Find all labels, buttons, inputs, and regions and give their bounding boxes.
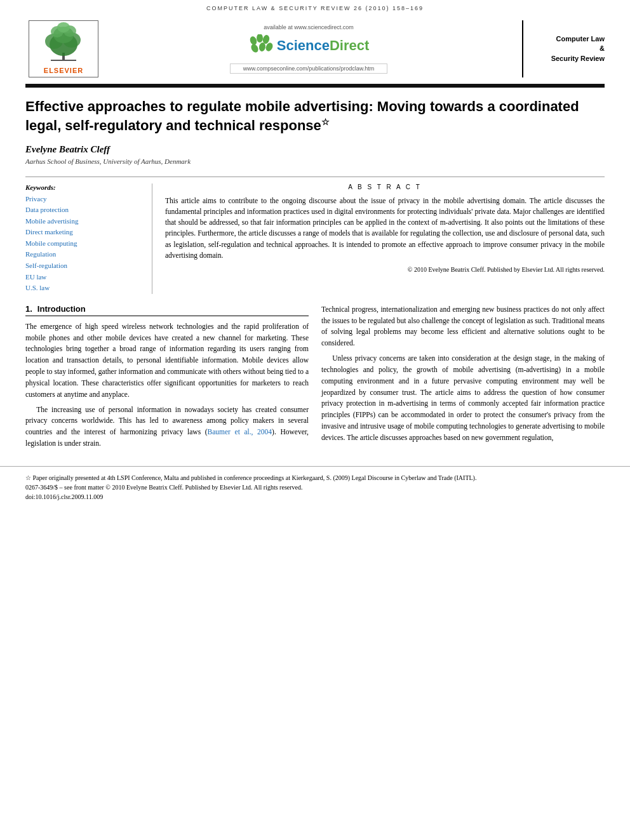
intro-paragraph-2: The increasing use of personal informati… [25, 404, 309, 450]
intro-paragraph-4: Unless privacy concerns are taken into c… [321, 353, 605, 444]
footnote-area: ☆ Paper originally presented at 4th LSPI… [0, 466, 630, 508]
svg-point-11 [257, 34, 263, 43]
abstract-section: Keywords: Privacy Data protection Mobile… [0, 183, 630, 294]
keyword-privacy[interactable]: Privacy [25, 194, 142, 205]
page: COMPUTER LAW & SECURITY REVIEW 26 (2010)… [0, 0, 630, 840]
section-1-heading: 1. Introduction [25, 304, 309, 316]
abstract-heading: A B S T R A C T [165, 183, 605, 190]
section-1-right-body: Technical progress, internationalization… [321, 304, 605, 444]
keyword-us-law[interactable]: U.S. law [25, 283, 142, 294]
elsevier-brand-text: ELSEVIER [44, 67, 83, 74]
body-col-right: Technical progress, internationalization… [321, 304, 605, 453]
sciencedirect-leaf-icon [248, 34, 275, 57]
article-title-section: Effective approaches to regulate mobile … [0, 88, 630, 170]
author-affiliation: Aarhus School of Business, University of… [25, 157, 605, 165]
svg-rect-1 [51, 60, 76, 61]
center-header: available at www.sciencedirect.com Scien… [102, 20, 516, 77]
keyword-direct-marketing[interactable]: Direct marketing [25, 227, 142, 238]
intro-paragraph-1: The emergence of high speed wireless net… [25, 321, 309, 401]
elsevier-logo: ELSEVIER [29, 20, 98, 77]
keyword-mobile-computing[interactable]: Mobile computing [25, 238, 142, 250]
journal-reference-line: COMPUTER LAW & SECURITY REVIEW 26 (2010)… [0, 0, 630, 14]
elsevier-logo-block: ELSEVIER [25, 20, 102, 77]
abstract-column: A B S T R A C T This article aims to con… [165, 183, 605, 294]
abstract-text: This article aims to contribute to the o… [165, 196, 605, 262]
footnote-doi: doi:10.1016/j.clsr.2009.11.009 [25, 492, 605, 502]
section-1-body: The emergence of high speed wireless net… [25, 321, 309, 450]
footnote-issn: 0267-3649/$ – see front matter © 2010 Ev… [25, 483, 605, 492]
header-area: ELSEVIER available at www.sciencedirect.… [0, 14, 630, 77]
right-header-journal-name: Computer Law & Security Review [522, 20, 605, 77]
elsevier-tree-icon [35, 22, 92, 62]
journal-website-url: www.compseconline.com/publications/prodc… [230, 63, 388, 74]
keyword-eu-law[interactable]: EU law [25, 272, 142, 283]
section-1-title: Introduction [37, 304, 86, 314]
body-section: 1. Introduction The emergence of high sp… [0, 294, 630, 453]
divider-line-1 [25, 177, 605, 177]
keyword-mobile-advertising[interactable]: Mobile advertising [25, 216, 142, 227]
title-star: ☆ [321, 117, 330, 127]
journal-name: Computer Law & Security Review [551, 34, 605, 63]
copyright-line: © 2010 Evelyne Beatrix Cleff. Published … [165, 266, 605, 273]
sciencedirect-brand-text: ScienceDirect [277, 37, 370, 54]
footnote-star-note: ☆ Paper originally presented at 4th LSPI… [25, 473, 605, 483]
article-title: Effective approaches to regulate mobile … [25, 98, 605, 135]
body-col-left: 1. Introduction The emergence of high sp… [25, 304, 309, 453]
author-name: Evelyne Beatrix Cleff [25, 144, 605, 155]
keyword-regulation[interactable]: Regulation [25, 249, 142, 260]
sciencedirect-logo: ScienceDirect [248, 34, 370, 57]
baumer-link[interactable]: Baumer et al., 2004 [208, 428, 272, 436]
keyword-data-protection[interactable]: Data protection [25, 204, 142, 216]
intro-paragraph-3: Technical progress, internationalization… [321, 304, 605, 349]
section-1-number: 1. [25, 304, 32, 314]
svg-point-8 [57, 22, 70, 32]
keywords-column: Keywords: Privacy Data protection Mobile… [25, 183, 152, 294]
keywords-label: Keywords: [25, 183, 142, 191]
footnote-star-symbol: ☆ [25, 474, 33, 481]
svg-point-13 [250, 43, 260, 53]
available-at-text: available at www.sciencedirect.com [264, 24, 354, 30]
keyword-self-regulation[interactable]: Self-regulation [25, 260, 142, 272]
